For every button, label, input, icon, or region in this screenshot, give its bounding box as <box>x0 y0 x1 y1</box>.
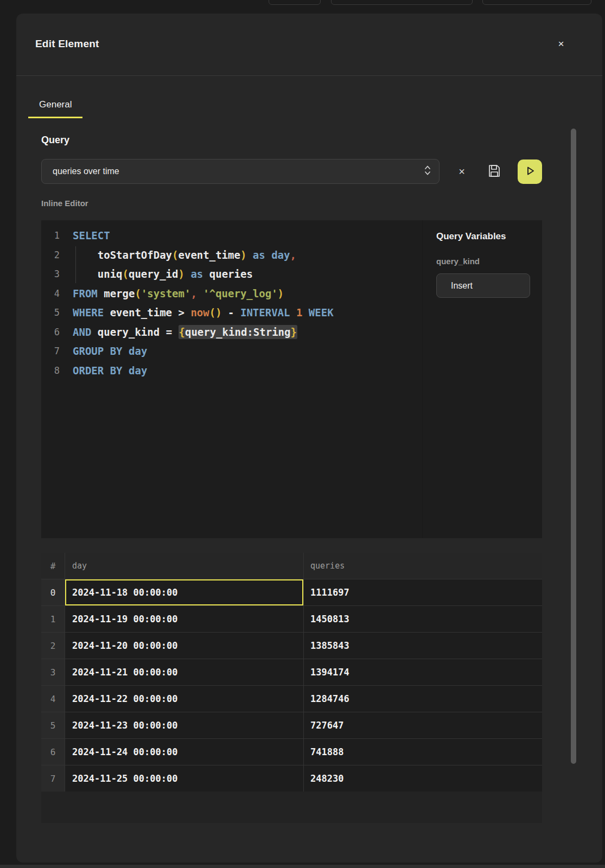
table-row[interactable]: 32024-11-21 00:00:001394174 <box>41 659 542 685</box>
code-token <box>104 345 110 357</box>
code-token <box>104 307 110 318</box>
code-token: 1 <box>296 307 302 318</box>
run-query-button[interactable] <box>518 159 542 184</box>
queries-cell[interactable]: 248230 <box>304 765 542 792</box>
code-token <box>123 345 129 357</box>
edit-element-modal: Edit Element × General Query queries ove… <box>16 14 602 863</box>
line-number: 7 <box>41 342 60 361</box>
code-line-text: uniq(query_id) as queries <box>60 265 253 284</box>
day-cell[interactable]: 2024-11-21 00:00:00 <box>65 659 304 685</box>
save-icon <box>487 163 502 180</box>
code-token <box>98 288 104 299</box>
queries-cell[interactable]: 1450813 <box>304 605 542 632</box>
day-cell[interactable]: 2024-11-19 00:00:00 <box>65 605 304 632</box>
row-index-cell: 4 <box>41 685 65 712</box>
code-token: merge <box>104 288 135 299</box>
code-token: = <box>166 326 172 338</box>
save-button[interactable] <box>485 162 504 181</box>
day-cell-selected[interactable]: 2024-11-18 00:00:00 <box>65 579 304 605</box>
code-token: day <box>129 345 147 357</box>
queries-cell[interactable]: 727647 <box>304 712 542 738</box>
queries-cell[interactable]: 1385843 <box>304 632 542 659</box>
modal-content: Query queries over time × <box>16 135 602 823</box>
query-variables-heading: Query Variables <box>436 231 542 242</box>
day-cell[interactable]: 2024-11-24 00:00:00 <box>65 738 304 765</box>
code-line[interactable]: 8ORDER BY day <box>41 361 422 381</box>
table-row[interactable]: 62024-11-24 00:00:00741888 <box>41 738 542 765</box>
code-token: BY <box>110 345 123 357</box>
row-index-cell: 3 <box>41 659 65 685</box>
day-cell[interactable]: 2024-11-25 00:00:00 <box>65 765 304 792</box>
code-token: FROM <box>73 288 98 299</box>
code-line[interactable]: 7GROUP BY day <box>41 342 422 361</box>
sql-editor[interactable]: 1SELECT2 toStartOfDay(event_time) as day… <box>41 220 422 538</box>
clear-icon: × <box>458 165 465 178</box>
queries-cell[interactable]: 741888 <box>304 738 542 765</box>
code-token <box>73 249 98 261</box>
modal-scrollbar[interactable] <box>571 129 576 764</box>
code-line[interactable]: 2 toStartOfDay(event_time) as day, <box>41 246 422 265</box>
line-number: 8 <box>41 361 60 381</box>
table-row[interactable]: 42024-11-22 00:00:001284746 <box>41 685 542 712</box>
queries-cell[interactable]: 1111697 <box>304 579 542 605</box>
code-line-text: FROM merge('system', '^query_log') <box>60 284 284 304</box>
line-number: 5 <box>41 303 60 323</box>
insert-variable-button[interactable]: Insert <box>436 273 530 298</box>
code-token: ( <box>135 288 141 299</box>
code-token <box>246 249 252 261</box>
day-cell[interactable]: 2024-11-20 00:00:00 <box>65 632 304 659</box>
code-line[interactable]: 1SELECT <box>41 226 422 246</box>
close-button[interactable]: × <box>552 35 570 53</box>
line-number: 4 <box>41 284 60 304</box>
clear-query-button[interactable]: × <box>454 163 470 180</box>
table-row[interactable]: 72024-11-25 00:00:00248230 <box>41 765 542 792</box>
code-token: as <box>253 249 265 261</box>
table-row[interactable]: 12024-11-19 00:00:001450813 <box>41 605 542 632</box>
code-line[interactable]: 4FROM merge('system', '^query_log') <box>41 284 422 304</box>
line-number: 3 <box>41 265 60 284</box>
table-row[interactable]: 22024-11-20 00:00:001385843 <box>41 632 542 659</box>
code-token <box>265 249 271 261</box>
code-token: BY <box>110 365 123 376</box>
code-token: 'system' <box>141 288 191 299</box>
query-select-value: queries over time <box>53 167 424 176</box>
queries-cell[interactable]: 1394174 <box>304 659 542 685</box>
code-token <box>234 307 240 318</box>
code-line[interactable]: 3 uniq(query_id) as queries <box>41 265 422 284</box>
indent-guide <box>75 246 76 283</box>
tab-bar: General <box>28 92 602 118</box>
code-token: ) <box>179 268 184 280</box>
queries-cell[interactable]: 1284746 <box>304 685 542 712</box>
code-token: , <box>190 288 196 299</box>
row-index-cell: 6 <box>41 738 65 765</box>
code-token: WHERE <box>73 307 104 318</box>
variable-name-label: query_kind <box>436 257 542 266</box>
day-cell[interactable]: 2024-11-23 00:00:00 <box>65 712 304 738</box>
code-token: WEEK <box>309 307 334 318</box>
query-select[interactable]: queries over time <box>41 159 440 184</box>
code-token: day <box>129 365 147 376</box>
code-token <box>172 326 178 338</box>
table-row[interactable]: 02024-11-18 00:00:001111697 <box>41 579 542 605</box>
code-token: ORDER <box>73 365 104 376</box>
row-index-cell: 2 <box>41 632 65 659</box>
code-line[interactable]: 5WHERE event_time > now() - INTERVAL 1 W… <box>41 303 422 323</box>
code-token <box>302 307 308 318</box>
day-cell[interactable]: 2024-11-22 00:00:00 <box>65 685 304 712</box>
code-line[interactable]: 6AND query_kind = {query_kind:String} <box>41 323 422 342</box>
code-token: ) <box>240 249 246 261</box>
table-header-row: #dayqueries <box>41 553 542 579</box>
modal-header: Edit Element × <box>16 14 602 76</box>
code-line-text: ORDER BY day <box>60 361 147 381</box>
query-heading: Query <box>41 135 542 146</box>
inline-editor-label: Inline Editor <box>41 199 542 208</box>
line-number: 6 <box>41 323 60 342</box>
code-token: event_time <box>110 307 172 318</box>
code-token: SELECT <box>73 229 110 241</box>
code-token: () <box>209 307 222 318</box>
table-row[interactable]: 52024-11-23 00:00:00727647 <box>41 712 542 738</box>
code-token: ( <box>172 249 178 261</box>
code-token: ( <box>123 268 129 280</box>
code-token <box>184 307 190 318</box>
tab-general[interactable]: General <box>28 92 82 118</box>
